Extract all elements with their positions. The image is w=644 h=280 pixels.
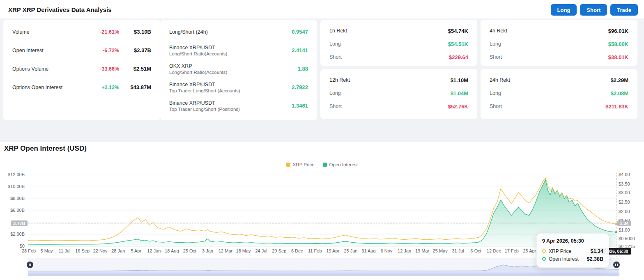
rekt-short-label: Short [329, 54, 342, 60]
long-short-ratio-card: Long/Short (24h)0.9547Binance XRP/USDTLo… [160, 20, 317, 120]
crosshair-right-badge: 1.34 [617, 220, 631, 226]
stat-label: Options Open Interest [12, 85, 62, 90]
rekt-title: 24h Rekt [490, 77, 510, 83]
y-tick-right: $1.00 [619, 227, 630, 232]
ratio-label: Long/Short (24h) [169, 29, 208, 35]
navigator-left-handle[interactable] [27, 262, 33, 268]
stat-change: -6.72% [103, 48, 119, 53]
rekt-short-value: $52.76K [448, 103, 468, 110]
rekt-short-label: Short [490, 54, 502, 60]
ratio-value: 1.88 [298, 66, 308, 72]
tooltip-row: Open Interest$2.38B [542, 255, 603, 263]
open-interest-area [28, 180, 616, 247]
trade-button[interactable]: Trade [610, 4, 638, 16]
rekt-short-label: Short [490, 103, 502, 109]
rekt-short-value: $211.83K [605, 103, 628, 110]
stat-row: Volume-21.61%$3.10B [3, 23, 160, 41]
rekt-long-label: Long [329, 41, 341, 47]
rekt-title: 12h Rekt [329, 77, 350, 83]
tooltip-rows: XRP Price$1.34Open Interest$2.38B [542, 247, 603, 263]
rekt-card: 12h Rekt$1.10MLong$1.04MShort$52.76K [320, 69, 477, 119]
crosshair-left-badge: 3.77B [11, 220, 28, 226]
rekt-short-label: Short [329, 103, 342, 109]
rekt-long-row: Long$2.08M [481, 87, 637, 100]
y-tick-left: $6.00B [0, 208, 25, 213]
tooltip-series-name: XRP Price [549, 248, 571, 254]
y-tick-right: $2.00 [619, 209, 630, 214]
y-tick-left: $12.00B [0, 172, 25, 177]
tooltip-row: XRP Price$1.34 [542, 247, 603, 255]
tooltip-series-value: $2.38B [587, 256, 603, 262]
xrp-price-dot-icon [542, 249, 546, 253]
derivatives-stats-card: Volume-21.61%$3.10BOpen Interest-6.72%$2… [3, 20, 160, 120]
rekt-total-row: 1h Rekt$54.74K [320, 24, 477, 37]
rekt-long-value: $1.04M [451, 90, 468, 96]
ratio-label: Binance XRP/USDTTop Trader Long/Short (A… [169, 81, 240, 94]
rekt-long-label: Long [490, 41, 501, 47]
ratio-label: Binance XRP/USDTTop Trader Long/Short (P… [169, 100, 240, 112]
rekt-short-row: Short$211.83K [481, 100, 637, 113]
rekt-short-row: Short$38.01K [481, 50, 637, 64]
ratio-label-main: Binance XRP/USDT [169, 100, 240, 106]
stat-label: Volume [12, 29, 30, 35]
ratio-label-main: OKX XRP [169, 63, 227, 69]
ratio-row: Binance XRP/USDTTop Trader Long/Short (P… [160, 96, 317, 115]
tooltip-title: 9 Apr 2026, 05:30 [542, 238, 603, 244]
rekt-total-value: $54.74K [448, 28, 468, 34]
ratio-label: OKX XRPLong/Short Ratio(Accounts) [169, 63, 227, 75]
y-tick-right: $0.5000 [619, 236, 635, 241]
rekt-long-value: $54.51K [448, 41, 468, 47]
stats-section: Volume-21.61%$3.10BOpen Interest-6.72%$2… [0, 18, 644, 142]
page-title: XRP XRP Derivatives Data Analysis [8, 6, 112, 13]
ratio-value: 2.4141 [292, 47, 308, 53]
stat-change: -33.66% [100, 66, 119, 72]
y-tick-right: $3.50 [619, 181, 630, 186]
stat-value: $3.10B [119, 29, 151, 35]
navigator-right-handle[interactable] [613, 262, 620, 268]
rekt-total-value: $2.29M [611, 77, 628, 83]
short-button[interactable]: Short [580, 4, 607, 16]
rekt-total-row: 24h Rekt$2.29M [481, 73, 637, 87]
ratio-row: OKX XRPLong/Short Ratio(Accounts)1.88 [160, 60, 317, 78]
y-tick-right: $2.50 [619, 200, 630, 204]
ratio-row: Binance XRP/USDTLong/Short Ratio(Account… [160, 41, 317, 60]
ratio-label-main: Long/Short (24h) [169, 29, 208, 35]
rekt-short-value: $38.01K [608, 54, 628, 60]
rekt-short-row: Short$52.76K [320, 100, 477, 113]
tooltip-series-name: Open Interest [549, 256, 579, 262]
rekt-long-value: $2.08M [611, 90, 628, 96]
rekt-total-row: 12h Rekt$1.10M [320, 73, 477, 87]
rekt-short-row: Short$229.64 [320, 50, 477, 64]
rekt-short-value: $229.64 [449, 54, 468, 60]
y-tick-left: $0 [0, 243, 25, 248]
y-tick-left: $8.00B [0, 196, 25, 201]
open-interest-dot-icon [542, 257, 546, 261]
rekt-long-row: Long$1.04M [320, 87, 477, 100]
stat-label: Options Volume [12, 66, 48, 72]
tooltip-series-value: $1.34 [591, 248, 603, 254]
ratio-label-sub: Top Trader Long/Short (Accounts) [169, 88, 240, 94]
open-interest-end-marker [615, 231, 617, 233]
rekt-long-value: $58.00K [608, 41, 628, 47]
ratio-label-main: Binance XRP/USDT [169, 44, 227, 51]
ratio-row: Binance XRP/USDTTop Trader Long/Short (A… [160, 78, 317, 96]
y-tick-right: $4.00 [619, 172, 630, 177]
header-buttons: LongShortTrade [551, 4, 638, 16]
stat-change: +2.12% [101, 85, 119, 90]
ratio-value: 0.9547 [292, 29, 308, 35]
ratio-label-sub: Long/Short Ratio(Accounts) [169, 51, 227, 57]
stat-value: $2.51M [119, 66, 151, 72]
ratio-label-main: Binance XRP/USDT [169, 81, 240, 88]
stat-row: Options Open Interest+2.12%$43.87M [3, 78, 160, 96]
header: XRP XRP Derivatives Data Analysis LongSh… [0, 0, 644, 18]
chart-area[interactable]: $12.00B$10.00B$8.00B$6.00B$2.00B$0 $4.00… [0, 142, 644, 280]
ratio-value: 2.7922 [292, 84, 308, 90]
rekt-long-label: Long [329, 90, 341, 96]
ratio-label: Binance XRP/USDTLong/Short Ratio(Account… [169, 44, 227, 57]
chart-tooltip: 9 Apr 2026, 05:30 XRP Price$1.34Open Int… [536, 233, 609, 268]
navigator-scrollbar [28, 273, 619, 276]
long-button[interactable]: Long [551, 4, 577, 16]
app-root: XRP XRP Derivatives Data Analysis LongSh… [0, 0, 644, 280]
stat-row: Options Volume-33.66%$2.51M [3, 60, 160, 78]
rekt-card: 4h Rekt$96.01KLong$58.00KShort$38.01K [481, 20, 637, 66]
